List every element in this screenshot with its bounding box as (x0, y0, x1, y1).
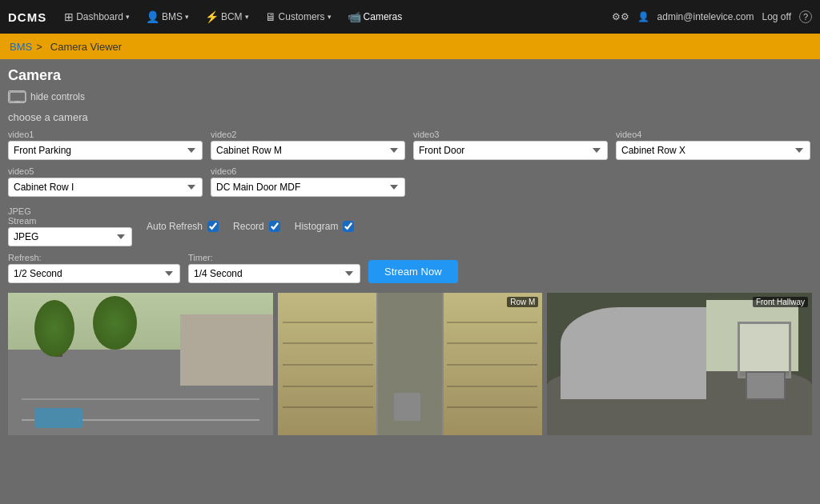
video4-label: video4 (616, 130, 810, 139)
camera-feeds: Row M Front Hallway (8, 293, 812, 435)
controls-bar: hide controls (8, 90, 812, 103)
feed-server: Row M (278, 293, 543, 435)
nav-cameras[interactable]: 📹 Cameras (341, 7, 409, 26)
video6-group: video6 Front Parking Cabinet Row M Front… (211, 166, 405, 197)
auto-refresh-label: Auto Refresh (147, 221, 203, 232)
choose-camera-label: choose a camera (8, 111, 812, 123)
video6-label: video6 (211, 166, 405, 176)
video5-group: video5 Front Parking Cabinet Row M Front… (8, 166, 203, 197)
record-group: Record (233, 221, 280, 232)
video2-label: video2 (211, 130, 405, 139)
video4-select[interactable]: Front Parking Cabinet Row M Front Door C… (616, 141, 810, 160)
bcm-caret: ▾ (245, 13, 249, 21)
admin-icon: 👤 (637, 11, 649, 22)
navbar: DCMS ⊞ Dashboard ▾ 👤 BMS ▾ ⚡ BCM ▾ 🖥 Cus… (0, 0, 820, 34)
histogram-label: Histogram (295, 221, 339, 232)
bms-icon: 👤 (146, 10, 159, 23)
feed-parking (8, 293, 273, 435)
admin-email: admin@intelevice.com (657, 11, 754, 22)
hide-controls-label[interactable]: hide controls (30, 91, 85, 102)
nav-dashboard[interactable]: ⊞ Dashboard ▾ (58, 7, 136, 26)
video4-group: video4 Front Parking Cabinet Row M Front… (616, 130, 810, 160)
customers-caret: ▾ (328, 13, 332, 21)
main-content: Camera hide controls choose a camera vid… (0, 59, 820, 504)
timer-select[interactable]: 1/4 Second 1/2 Second 1 Second 2 Seconds (188, 264, 360, 283)
jpeg-select[interactable]: JPEG MJPEG (8, 227, 132, 246)
breadcrumb-bar: BMS > Camera Viewer (0, 34, 820, 59)
histogram-checkbox[interactable] (343, 221, 354, 232)
feed-hallway: Front Hallway (547, 293, 812, 435)
stream-now-button[interactable]: Stream Now (368, 260, 458, 283)
feed3-label: Front Hallway (753, 297, 808, 307)
dashboard-caret: ▾ (126, 13, 130, 21)
video1-group: video1 Front Parking Front Door Cabinet … (8, 130, 203, 160)
video5-select[interactable]: Front Parking Cabinet Row M Front Door C… (8, 178, 203, 197)
page-title: Camera (8, 67, 812, 84)
customers-icon: 🖥 (265, 10, 276, 23)
video-row-2: video5 Front Parking Cabinet Row M Front… (8, 166, 812, 197)
nav-bcm[interactable]: ⚡ BCM ▾ (199, 7, 255, 26)
refresh-select[interactable]: 1/2 Second 1 Second 2 Seconds 5 Seconds (8, 264, 180, 283)
auto-refresh-checkbox[interactable] (207, 221, 219, 232)
video1-label: video1 (8, 130, 203, 139)
breadcrumb-bms-link[interactable]: BMS (10, 41, 32, 53)
breadcrumb-current: Camera Viewer (50, 41, 122, 53)
help-icon[interactable]: ? (799, 10, 812, 23)
video6-select[interactable]: Front Parking Cabinet Row M Front Door C… (211, 178, 405, 197)
screen-icon (8, 90, 26, 103)
nav-customers[interactable]: 🖥 Customers ▾ (259, 7, 338, 26)
feed2-label: Row M (507, 297, 538, 307)
refresh-label: Refresh: (8, 253, 180, 262)
dashboard-icon: ⊞ (64, 10, 74, 23)
bcm-icon: ⚡ (205, 10, 219, 23)
cameras-icon: 📹 (348, 10, 361, 23)
svg-rect-0 (10, 92, 26, 102)
settings-row: JPEG Stream JPEG MJPEG Auto Refresh Reco… (8, 206, 812, 246)
timer-label: Timer: (188, 253, 360, 262)
refresh-row: Refresh: 1/2 Second 1 Second 2 Seconds 5… (8, 253, 812, 283)
app-logo: DCMS (8, 10, 46, 24)
timer-group: Timer: 1/4 Second 1/2 Second 1 Second 2 … (188, 253, 360, 283)
video-row-1: video1 Front Parking Front Door Cabinet … (8, 130, 812, 160)
video3-select[interactable]: Front Parking Cabinet Row M Front Door C… (413, 141, 608, 160)
video2-select[interactable]: Front Parking Cabinet Row M Front Door C… (211, 141, 405, 160)
breadcrumb-separator: > (36, 41, 42, 53)
logout-button[interactable]: Log off (762, 11, 791, 22)
settings-icon[interactable]: ⚙⚙ (612, 11, 629, 22)
video3-group: video3 Front Parking Cabinet Row M Front… (413, 130, 608, 160)
camera-panel: Camera hide controls choose a camera vid… (8, 67, 812, 435)
histogram-group: Histogram (295, 221, 355, 232)
video5-label: video5 (8, 166, 203, 176)
bms-caret: ▾ (185, 13, 189, 21)
nav-right: ⚙⚙ 👤 admin@intelevice.com Log off ? (612, 10, 812, 23)
video2-group: video2 Front Parking Cabinet Row M Front… (211, 130, 405, 160)
video3-label: video3 (413, 130, 608, 139)
auto-refresh-group: Auto Refresh (147, 221, 219, 232)
jpeg-group: JPEG Stream JPEG MJPEG (8, 206, 132, 246)
refresh-group: Refresh: 1/2 Second 1 Second 2 Seconds 5… (8, 253, 180, 283)
record-checkbox[interactable] (269, 221, 280, 232)
video1-select[interactable]: Front Parking Front Door Cabinet Row M C… (8, 141, 203, 160)
nav-bms[interactable]: 👤 BMS ▾ (139, 7, 195, 26)
record-label: Record (233, 221, 264, 232)
jpeg-label: JPEG Stream (8, 206, 132, 226)
